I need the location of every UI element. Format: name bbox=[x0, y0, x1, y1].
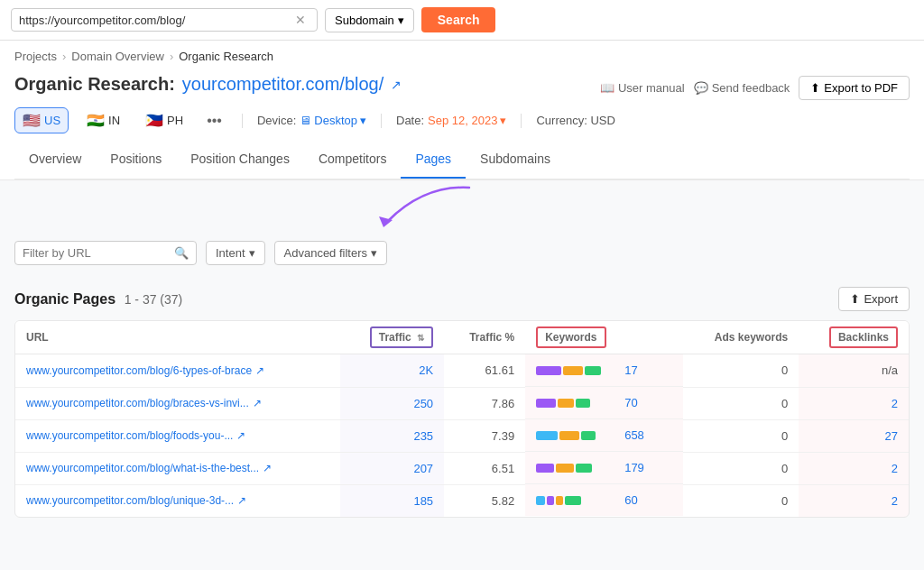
url-link[interactable]: www.yourcompetitor.com/blog/unique-3d-..… bbox=[26, 494, 329, 507]
filter-search-icon: 🔍 bbox=[174, 246, 189, 260]
cell-traffic: 185 bbox=[340, 484, 444, 517]
keyword-bar bbox=[576, 464, 592, 473]
cell-backlinks: 27 bbox=[799, 419, 909, 452]
arrow-annotation bbox=[352, 180, 496, 230]
table-row: www.yourcompetitor.com/blog/foods-you-..… bbox=[15, 419, 909, 452]
flag-in[interactable]: 🇮🇳 IN bbox=[79, 108, 127, 133]
device-value-link[interactable]: 🖥 Desktop ▾ bbox=[300, 114, 366, 127]
col-header-traffic: Traffic ⇅ bbox=[340, 321, 444, 354]
page-header: Organic Research: yourcompetitor.com/blo… bbox=[0, 69, 924, 180]
col-header-keywords: Keywords bbox=[525, 321, 683, 354]
divider-3 bbox=[521, 114, 522, 128]
external-link-icon: ↗ bbox=[263, 462, 272, 474]
section-title-wrap: Organic Pages 1 - 37 (37) bbox=[14, 291, 182, 308]
cell-traffic-pct: 61.61 bbox=[444, 354, 525, 388]
cell-traffic: 207 bbox=[340, 452, 444, 484]
section-title: Organic Pages bbox=[14, 291, 116, 307]
search-button[interactable]: Search bbox=[421, 7, 496, 32]
breadcrumb-domain-overview[interactable]: Domain Overview bbox=[71, 50, 164, 63]
breadcrumb: Projects › Domain Overview › Organic Res… bbox=[0, 41, 924, 69]
intent-button[interactable]: Intent ▾ bbox=[206, 241, 265, 265]
date-label: Date: bbox=[396, 114, 424, 127]
keyword-bars bbox=[536, 430, 617, 441]
cell-url: www.yourcompetitor.com/blog/foods-you-..… bbox=[15, 419, 340, 452]
flag-in-code: IN bbox=[108, 114, 120, 127]
page-title-url: yourcompetitor.com/blog/ bbox=[182, 74, 383, 95]
url-link[interactable]: www.yourcompetitor.com/blog/braces-vs-in… bbox=[26, 397, 329, 409]
keyword-bar bbox=[547, 496, 554, 505]
cell-ads-keywords: 0 bbox=[683, 419, 799, 452]
table-row: www.yourcompetitor.com/blog/unique-3d-..… bbox=[15, 484, 909, 517]
table-body: www.yourcompetitor.com/blog/6-types-of-b… bbox=[15, 354, 909, 517]
external-link-icon[interactable]: ↗ bbox=[391, 78, 402, 92]
cell-traffic: 2K bbox=[340, 354, 444, 388]
cell-ads-keywords: 0 bbox=[683, 354, 799, 388]
tab-subdomains[interactable]: Subdomains bbox=[466, 141, 565, 179]
table-wrap: URL Traffic ⇅ Traffic % Keywords bbox=[14, 320, 910, 518]
page-title: Organic Research: bbox=[14, 74, 175, 95]
keyword-bar bbox=[556, 464, 574, 473]
cell-backlinks: n/a bbox=[799, 354, 909, 388]
user-manual-link[interactable]: 📖 User manual bbox=[600, 81, 685, 95]
export-pdf-button[interactable]: ⬆ Export to PDF bbox=[799, 76, 910, 100]
url-input-wrap: https://yourcompetitor.com/blog/ ✕ bbox=[11, 8, 318, 32]
upload-icon: ⬆ bbox=[810, 81, 820, 95]
keyword-count: 70 bbox=[624, 396, 637, 409]
export-pdf-label: Export to PDF bbox=[824, 81, 898, 95]
keyword-count: 658 bbox=[624, 428, 644, 442]
cell-traffic-pct: 6.51 bbox=[444, 452, 525, 484]
tab-pages[interactable]: Pages bbox=[401, 141, 466, 179]
breadcrumb-current: Organic Research bbox=[179, 50, 273, 63]
url-input[interactable]: https://yourcompetitor.com/blog/ bbox=[19, 14, 291, 27]
flag-us[interactable]: 🇺🇸 US bbox=[14, 107, 69, 133]
book-icon: 📖 bbox=[600, 81, 614, 95]
export-label: Export bbox=[864, 292, 898, 306]
advanced-filters-button[interactable]: Advanced filters ▾ bbox=[274, 241, 388, 265]
subdomain-label: Subdomain bbox=[335, 14, 394, 27]
backlinks-highlight-box: Backlinks bbox=[829, 326, 898, 348]
traffic-sort-icon[interactable]: ⇅ bbox=[417, 333, 424, 343]
more-flags-button[interactable]: ••• bbox=[201, 111, 227, 131]
filter-url-input[interactable] bbox=[23, 246, 174, 260]
tab-positions[interactable]: Positions bbox=[96, 141, 176, 179]
external-link-icon: ↗ bbox=[253, 397, 262, 409]
cell-backlinks: 2 bbox=[799, 387, 909, 419]
cell-keywords: 17 bbox=[525, 354, 683, 387]
nav-tabs: Overview Positions Position Changes Comp… bbox=[14, 141, 910, 179]
cell-ads-keywords: 0 bbox=[683, 452, 799, 484]
tab-overview[interactable]: Overview bbox=[14, 141, 96, 179]
keyword-bar bbox=[576, 399, 590, 408]
external-link-icon: ↗ bbox=[237, 494, 246, 507]
cell-traffic: 235 bbox=[340, 419, 444, 452]
keyword-bars bbox=[536, 398, 617, 409]
keyword-bars bbox=[536, 495, 617, 506]
cell-traffic: 250 bbox=[340, 387, 444, 419]
flag-ph[interactable]: 🇵🇭 PH bbox=[138, 108, 190, 133]
url-link[interactable]: www.yourcompetitor.com/blog/6-types-of-b… bbox=[26, 364, 329, 377]
export-button[interactable]: ⬆ Export bbox=[838, 287, 910, 311]
keyword-bar bbox=[559, 431, 579, 440]
date-value-link[interactable]: Sep 12, 2023 ▾ bbox=[428, 114, 506, 127]
col-header-url: URL bbox=[15, 321, 340, 354]
main-content: Organic Pages 1 - 37 (37) ⬆ Export URL T… bbox=[0, 276, 924, 529]
page-title-row: Organic Research: yourcompetitor.com/blo… bbox=[14, 74, 402, 98]
keyword-bar bbox=[556, 496, 563, 505]
send-feedback-link[interactable]: 💬 Send feedback bbox=[694, 81, 790, 95]
col-header-traffic-pct: Traffic % bbox=[444, 321, 525, 354]
url-link[interactable]: www.yourcompetitor.com/blog/foods-you-..… bbox=[26, 429, 329, 442]
divider-2 bbox=[381, 114, 382, 128]
clear-url-button[interactable]: ✕ bbox=[291, 13, 310, 27]
page-header-top: Organic Research: yourcompetitor.com/blo… bbox=[14, 74, 910, 100]
traffic-highlight-box: Traffic ⇅ bbox=[370, 326, 433, 348]
cell-url: www.yourcompetitor.com/blog/what-is-the-… bbox=[15, 452, 340, 484]
subdomain-button[interactable]: Subdomain ▾ bbox=[325, 8, 414, 32]
cell-ads-keywords: 0 bbox=[683, 484, 799, 517]
breadcrumb-projects[interactable]: Projects bbox=[14, 50, 57, 63]
url-link[interactable]: www.yourcompetitor.com/blog/what-is-the-… bbox=[26, 462, 329, 474]
external-link-icon: ↗ bbox=[255, 364, 264, 377]
date-info: Date: Sep 12, 2023 ▾ bbox=[396, 114, 506, 127]
keyword-bars bbox=[536, 365, 617, 376]
tab-position-changes[interactable]: Position Changes bbox=[176, 141, 304, 179]
tab-competitors[interactable]: Competitors bbox=[304, 141, 401, 179]
breadcrumb-sep-2: › bbox=[170, 50, 173, 63]
